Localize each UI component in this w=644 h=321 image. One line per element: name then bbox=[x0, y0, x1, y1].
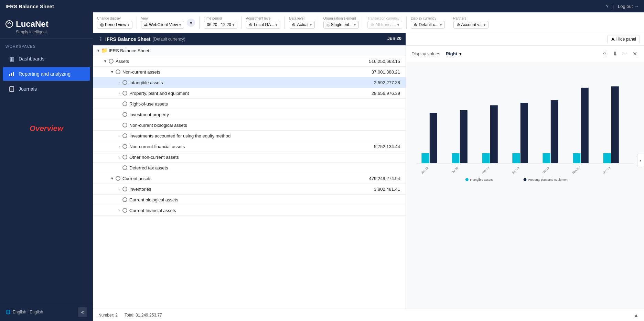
app-container: IFRS Balance Sheet ? | Log out → LucaNet… bbox=[0, 0, 644, 321]
table-row[interactable]: ▼ Non-current assets 37,001,388.21 bbox=[93, 67, 406, 77]
time-period-group: Time period 06.20 - 12.20 ▾ bbox=[204, 16, 237, 29]
collapse-detail-handle[interactable]: ‹ bbox=[637, 154, 644, 167]
arrow-icon: ▾ bbox=[397, 23, 399, 27]
legend-dot-ppe bbox=[524, 178, 527, 181]
bar-intangible-sep bbox=[512, 153, 520, 163]
workspaces-label: WORKSPACES bbox=[0, 39, 93, 51]
transaction-currency-select[interactable]: ⊕ All transa... ▾ bbox=[367, 21, 402, 29]
toggle-icon[interactable]: › bbox=[116, 186, 122, 192]
row-label: Investments accounted for using the equi… bbox=[129, 133, 358, 139]
arrow-icon: ▾ bbox=[179, 23, 181, 27]
change-display-select[interactable]: ◎ Period view ▾ bbox=[97, 21, 132, 29]
svg-rect-3 bbox=[13, 72, 14, 76]
help-icon[interactable]: ? bbox=[606, 4, 608, 9]
print-button[interactable]: 🖨 bbox=[600, 49, 609, 58]
table-row[interactable]: › Right-of-use assets bbox=[93, 99, 406, 109]
row-value: 37,001,388.21 bbox=[358, 69, 403, 75]
status-expand-button[interactable]: ▲ bbox=[634, 312, 638, 318]
separator bbox=[199, 16, 200, 29]
toggle-icon[interactable]: › bbox=[116, 208, 122, 213]
workspace-content: ⋮ IFRS Balance Sheet (Default currency) … bbox=[93, 33, 644, 309]
table-row[interactable]: › Investments accounted for using the eq… bbox=[93, 131, 406, 141]
time-period-select[interactable]: 06.20 - 12.20 ▾ bbox=[204, 21, 237, 29]
status-number: Number: 2 bbox=[98, 313, 118, 318]
bar-ppe-dec bbox=[611, 86, 619, 163]
table-row[interactable]: › Current biological assets bbox=[93, 195, 406, 205]
table-row[interactable]: › Property, plant and equipment 28,656,9… bbox=[93, 88, 406, 99]
logo-area: LucaNet Simply intelligent. bbox=[0, 12, 93, 39]
x-label-oct: Oct 20 bbox=[542, 166, 550, 174]
more-button[interactable]: ··· bbox=[621, 49, 629, 58]
circle-icon bbox=[115, 175, 121, 181]
table-row[interactable]: › Non-current biological assets bbox=[93, 120, 406, 131]
table-row[interactable]: › Deferred tax assets bbox=[93, 163, 406, 173]
hide-panel-button[interactable]: ⮝ Hide panel bbox=[607, 35, 640, 43]
view-select[interactable]: ⇄ WebClient View ▾ bbox=[141, 21, 184, 29]
toggle-icon[interactable]: › bbox=[116, 90, 122, 96]
tree-panel: ⋮ IFRS Balance Sheet (Default currency) … bbox=[93, 33, 406, 309]
row-label: Current financial assets bbox=[129, 208, 358, 213]
language-selector[interactable]: 🌐 English | English bbox=[6, 310, 43, 314]
circle-icon bbox=[122, 79, 128, 86]
table-row[interactable]: › Investment property bbox=[93, 109, 406, 120]
language-label: English | English bbox=[13, 310, 43, 314]
reporting-icon bbox=[8, 70, 15, 77]
header-subtitle: (Default currency) bbox=[153, 37, 185, 42]
table-row[interactable]: › Non-current financial assets 5,752,134… bbox=[93, 141, 406, 152]
three-dots-icon[interactable]: ⋮ bbox=[98, 36, 103, 42]
sidebar-item-dashboards[interactable]: ▦ Dashboards bbox=[3, 52, 90, 66]
org-element-group: Organization element ◇ Single ent... ▾ bbox=[323, 16, 359, 29]
sidebar-item-reporting[interactable]: Reporting and analyzing bbox=[3, 67, 90, 81]
close-button[interactable]: ✕ bbox=[631, 49, 638, 58]
data-level-group: Data level ⊕ Actual ▾ bbox=[289, 16, 314, 29]
hide-panel-icon: ⮝ bbox=[611, 37, 615, 42]
logout-button[interactable]: Log out → bbox=[618, 4, 638, 9]
table-row[interactable]: ▼ Assets 516,250,663.15 bbox=[93, 56, 406, 67]
table-row[interactable]: ▼ Current assets 479,249,274.94 bbox=[93, 173, 406, 184]
collapse-sidebar-button[interactable]: « bbox=[78, 307, 87, 317]
data-level-select[interactable]: ⊕ Actual ▾ bbox=[289, 21, 314, 29]
bar-ppe-oct bbox=[551, 100, 558, 163]
transaction-currency-group: Transaction currency ⊕ All transa... ▾ bbox=[367, 16, 402, 29]
toggle-icon[interactable]: ▼ bbox=[109, 176, 115, 181]
row-label: Current biological assets bbox=[129, 197, 358, 202]
toggle-icon[interactable]: ▼ bbox=[96, 48, 101, 53]
table-row[interactable]: › Inventories 3,802,481.41 bbox=[93, 184, 406, 195]
table-row[interactable]: ▼ 📁 IFRS Balance Sheet bbox=[93, 45, 406, 56]
row-label: Property, plant and equipment bbox=[129, 91, 358, 96]
bar-ppe-jul bbox=[460, 110, 468, 163]
tree-header: ⋮ IFRS Balance Sheet (Default currency) bbox=[93, 33, 364, 45]
sidebar-item-label: Dashboards bbox=[19, 56, 45, 62]
arrow-icon: ▾ bbox=[276, 23, 277, 27]
toggle-icon[interactable]: › bbox=[116, 133, 122, 139]
toggle-icon[interactable]: › bbox=[116, 144, 122, 149]
org-label: Organization element bbox=[323, 16, 359, 20]
circle-icon bbox=[122, 101, 128, 107]
align-selector[interactable]: Right ▾ bbox=[446, 51, 462, 56]
table-row[interactable]: › Current financial assets bbox=[93, 205, 406, 216]
org-element-select[interactable]: ◇ Single ent... ▾ bbox=[323, 21, 359, 29]
toggle-icon[interactable]: › bbox=[116, 154, 122, 160]
partners-select[interactable]: ⊕ Account v... ▾ bbox=[453, 21, 489, 29]
row-label: Non-current assets bbox=[122, 69, 358, 75]
toggle-icon[interactable]: › bbox=[116, 80, 122, 85]
arrow-icon: ▾ bbox=[310, 23, 312, 27]
separator bbox=[406, 16, 407, 29]
display-currency-select[interactable]: ⊕ Default c... ▾ bbox=[411, 21, 444, 29]
sidebar-item-journals[interactable]: Journals bbox=[3, 82, 90, 96]
download-button[interactable]: ⬇ bbox=[611, 49, 619, 58]
partners-label: Partners bbox=[453, 16, 489, 20]
toggle-icon[interactable]: ▼ bbox=[103, 58, 108, 64]
arrow-icon: ▾ bbox=[354, 23, 356, 27]
legend-label-ppe: Property, plant and equipment bbox=[528, 178, 569, 181]
bar-ppe-jun bbox=[430, 113, 437, 163]
table-row[interactable]: › Other non-current assets bbox=[93, 152, 406, 163]
disp-currency-label: Display currency bbox=[411, 16, 444, 20]
adjustment-level-select[interactable]: ⊕ Local GA... ▾ bbox=[246, 21, 280, 29]
toggle-icon[interactable]: ▼ bbox=[109, 69, 115, 75]
collapse-arrows-button[interactable]: « bbox=[187, 19, 195, 27]
arrow-icon: ▾ bbox=[440, 23, 442, 27]
circle-icon bbox=[122, 154, 128, 160]
separator bbox=[363, 16, 363, 29]
table-row[interactable]: › Intangible assets 2,592,277.38 bbox=[93, 77, 406, 88]
